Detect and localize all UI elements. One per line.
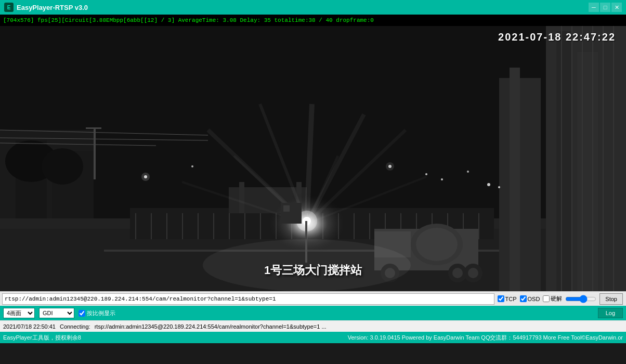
- svg-point-66: [467, 171, 469, 173]
- svg-rect-24: [182, 213, 183, 239]
- video-timestamp: 2021-07-18 22:47:22: [498, 31, 616, 43]
- log-url: rtsp://admin:admin12345@220.189.224.214:…: [95, 323, 327, 330]
- svg-point-65: [441, 178, 443, 180]
- svg-rect-22: [151, 213, 152, 239]
- log-time: 2021/07/18 22:50:41: [3, 323, 56, 330]
- stats-text: [704x576] fps[25][Circuit[3.88EMbpp[6abb…: [3, 17, 374, 23]
- video-area: 2021-07-18 22:47:22 1号三场大门搅拌站: [0, 26, 626, 291]
- svg-rect-43: [478, 213, 479, 239]
- window-controls: ─ □ ✕: [589, 3, 622, 12]
- volume-slider[interactable]: [565, 295, 596, 303]
- osd-label: OSD: [528, 296, 540, 302]
- render-mode-select[interactable]: GDI D3D OpenGL: [39, 308, 74, 318]
- svg-point-64: [425, 173, 427, 175]
- svg-rect-78: [283, 205, 290, 212]
- svg-rect-27: [229, 213, 230, 239]
- svg-rect-45: [239, 182, 244, 213]
- svg-rect-10: [556, 31, 572, 291]
- decode-label: 硬解: [551, 295, 562, 303]
- ratio-label: 按比例显示: [87, 309, 115, 317]
- log-bar: 2021/07/18 22:50:41 Connecting: rtsp://a…: [0, 320, 626, 332]
- ratio-checkbox[interactable]: [79, 310, 85, 317]
- svg-point-74: [468, 268, 478, 278]
- svg-rect-84: [86, 127, 101, 129]
- log-button[interactable]: Log: [598, 308, 623, 318]
- svg-point-61: [141, 173, 150, 181]
- svg-rect-35: [354, 213, 355, 239]
- svg-point-5: [42, 148, 83, 185]
- screen-mode-select[interactable]: 4画面 1画面 9画面 16画面: [3, 308, 35, 318]
- maximize-button[interactable]: □: [600, 3, 610, 12]
- url-bar: TCP OSD 硬解 Stop: [0, 291, 626, 306]
- stats-bar: [704x576] fps[25][Circuit[3.88EMbpp[6abb…: [0, 15, 626, 26]
- tcp-checkbox[interactable]: [498, 295, 504, 302]
- rtsp-url-input[interactable]: [2, 293, 494, 305]
- svg-rect-29: [260, 213, 261, 239]
- url-controls: TCP OSD 硬解 Stop: [494, 293, 626, 305]
- app-icon: E: [4, 3, 14, 12]
- svg-rect-23: [166, 213, 167, 239]
- svg-rect-19: [510, 68, 520, 291]
- svg-rect-36: [369, 213, 370, 239]
- footer-license: EasyPlayer工具版，授权剩余8: [3, 334, 81, 342]
- svg-rect-11: [577, 52, 598, 291]
- video-canvas: [0, 26, 626, 291]
- app-title: EasyPlayer-RTSP v3.0: [17, 4, 589, 11]
- svg-rect-25: [198, 213, 199, 239]
- minimize-button[interactable]: ─: [589, 3, 599, 12]
- svg-point-76: [416, 228, 458, 261]
- svg-rect-28: [244, 213, 245, 239]
- footer: EasyPlayer工具版，授权剩余8 Version: 3.0.19.0415…: [0, 332, 626, 343]
- svg-point-63: [386, 162, 394, 171]
- close-button[interactable]: ✕: [611, 3, 622, 12]
- decode-checkbox-label[interactable]: 硬解: [543, 295, 562, 303]
- ratio-checkbox-label[interactable]: 按比例显示: [79, 309, 115, 317]
- controls-bar: 4画面 1画面 9画面 16画面 GDI D3D OpenGL 按比例显示 Lo…: [0, 306, 626, 320]
- svg-rect-83: [94, 127, 96, 179]
- log-status: Connecting:: [60, 323, 90, 330]
- title-bar: E EasyPlayer-RTSP v3.0 ─ □ ✕: [0, 0, 626, 15]
- osd-checkbox[interactable]: [520, 295, 527, 302]
- svg-rect-26: [213, 213, 214, 239]
- svg-rect-21: [135, 213, 136, 239]
- decode-checkbox[interactable]: [543, 295, 550, 302]
- svg-point-86: [487, 183, 490, 186]
- tcp-checkbox-label[interactable]: TCP: [498, 295, 517, 302]
- svg-point-87: [498, 186, 500, 188]
- svg-point-85: [191, 165, 193, 167]
- stop-button[interactable]: Stop: [599, 293, 623, 305]
- footer-version: Version: 3.0.19.0415 Powered by EasyDarw…: [348, 334, 623, 342]
- osd-checkbox-label[interactable]: OSD: [520, 295, 540, 302]
- video-subtitle: 1号三场大门搅拌站: [264, 263, 362, 278]
- svg-point-72: [452, 268, 463, 278]
- tcp-label: TCP: [505, 296, 517, 302]
